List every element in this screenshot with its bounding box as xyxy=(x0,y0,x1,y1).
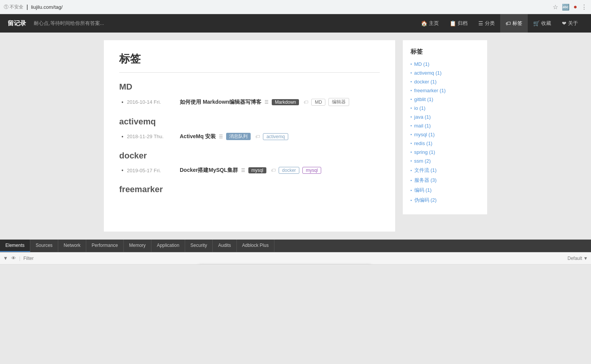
sidebar-item-java: • java (1) xyxy=(410,114,479,120)
bullet-icon: • xyxy=(410,168,412,173)
post-date: 2016-10-14 Fri. xyxy=(127,99,177,105)
eye-icon[interactable]: 👁 xyxy=(11,255,16,261)
nav-item-category[interactable]: ☰ 分类 xyxy=(473,14,500,33)
sidebar-link-gitblit[interactable]: gitblit (1) xyxy=(414,96,433,102)
section-title-freemarker: freemarker xyxy=(119,184,380,194)
nav-label-category: 分类 xyxy=(485,20,495,27)
collect-icon: 🛒 xyxy=(533,20,540,26)
nav-item-archive[interactable]: 📋 归档 xyxy=(444,14,473,33)
list-item: 2019-05-17 Fri. Docker搭建MySQL集群 ☰ mysql … xyxy=(119,167,380,174)
user-icon[interactable]: ● xyxy=(573,3,577,10)
sidebar-link-bm[interactable]: 编码 (1) xyxy=(414,187,432,194)
sidebar-item-md: • MD (1) xyxy=(410,61,479,67)
sidebar-item-freemarker: • freemarker (1) xyxy=(410,88,479,93)
tab-performance[interactable]: Performance xyxy=(86,240,124,252)
post-title[interactable]: Docker搭建MySQL集群 xyxy=(180,167,238,174)
nav-logo[interactable]: 留记录 xyxy=(8,20,26,28)
section-title-activemq: activemq xyxy=(119,117,380,127)
nav-label-collect: 收藏 xyxy=(541,20,551,27)
sidebar-link-ssm[interactable]: ssm (2) xyxy=(414,158,431,164)
sidebar-item-mail: • mail (1) xyxy=(410,123,479,129)
sidebar-link-java[interactable]: java (1) xyxy=(414,114,431,120)
sidebar-link-activemq[interactable]: activemq (1) xyxy=(414,70,442,76)
toolbar-separator: | xyxy=(19,256,20,261)
tab-memory[interactable]: Memory xyxy=(124,240,151,252)
sidebar: 标签 • MD (1) • activemq (1) • docker (1) … xyxy=(403,40,487,214)
sidebar-link-mail[interactable]: mail (1) xyxy=(414,123,431,129)
sidebar-link-md[interactable]: MD (1) xyxy=(414,61,430,67)
nav-item-about[interactable]: ❤ 关于 xyxy=(557,14,583,33)
sidebar-item-io: • io (1) xyxy=(410,105,479,111)
page-title: 标签 xyxy=(119,52,380,73)
post-tag-activemq[interactable]: activemq xyxy=(263,133,288,140)
sidebar-link-wbm[interactable]: 伪编码 (2) xyxy=(414,197,437,204)
filter-input[interactable] xyxy=(23,256,565,261)
post-date: 2018-11-29 Thu. xyxy=(127,134,177,139)
nav-tagline: 耐心点,等待时间给你所有答案... xyxy=(34,20,415,27)
sidebar-link-redis[interactable]: redis (1) xyxy=(414,140,433,146)
sidebar-link-spring[interactable]: spring (1) xyxy=(414,149,435,155)
sidebar-link-wjl[interactable]: 文件流 (1) xyxy=(414,167,437,174)
heart-icon: ❤ xyxy=(562,20,566,26)
bookmark-icon[interactable]: ☆ xyxy=(553,3,558,11)
sidebar-title: 标签 xyxy=(410,48,479,56)
nav-label-home: 主页 xyxy=(429,20,439,27)
browser-icons: ☆ 🔤 ● ⋮ xyxy=(553,3,587,11)
sidebar-item-wbm: • 伪编码 (2) xyxy=(410,197,479,204)
tab-audits[interactable]: Audits xyxy=(213,240,236,252)
tag-label-icon: 🏷 xyxy=(304,100,308,105)
sidebar-link-mysql[interactable]: mysql (1) xyxy=(414,132,435,137)
nav-item-home[interactable]: 🏠 主页 xyxy=(415,14,444,33)
post-title[interactable]: ActiveMq 安装 xyxy=(180,133,216,140)
tab-network[interactable]: Network xyxy=(58,240,86,252)
category-badge[interactable]: Markdown xyxy=(272,99,299,105)
url-display[interactable]: liujilu.com/tag/ xyxy=(31,4,62,10)
tag-icon: 🏷 xyxy=(506,20,511,26)
post-date: 2019-05-17 Fri. xyxy=(127,168,177,173)
nav-item-collect[interactable]: 🛒 收藏 xyxy=(528,14,557,33)
tab-security[interactable]: Security xyxy=(185,240,213,252)
sidebar-link-fwq[interactable]: 服务器 (3) xyxy=(414,177,437,184)
tag-section-docker: docker 2019-05-17 Fri. Docker搭建MySQL集群 ☰… xyxy=(119,151,380,174)
devtools-tabs: Elements Sources Network Performance Mem… xyxy=(0,240,591,252)
main-content: 标签 MD 2016-10-14 Fri. 如何使用 Markdown编辑器写博… xyxy=(104,40,395,232)
tab-elements[interactable]: Elements xyxy=(0,240,30,252)
nav-item-tag[interactable]: 🏷 标签 xyxy=(500,14,528,33)
sidebar-link-io[interactable]: io (1) xyxy=(414,105,426,111)
tag-section-activemq: activemq 2018-11-29 Thu. ActiveMq 安装 ☰ 消… xyxy=(119,117,380,140)
translate-icon[interactable]: 🔤 xyxy=(562,3,570,11)
sidebar-item-spring: • spring (1) xyxy=(410,149,479,155)
bullet-icon: • xyxy=(410,71,412,75)
post-tag-editor[interactable]: 编辑器 xyxy=(328,98,349,106)
devtools-default-label[interactable]: Default ▼ xyxy=(568,256,588,261)
sidebar-item-gitblit: • gitblit (1) xyxy=(410,96,479,102)
arrow-down-icon[interactable]: ▼ xyxy=(3,255,8,261)
sidebar-item-redis: • redis (1) xyxy=(410,140,479,146)
post-tag-md[interactable]: MD xyxy=(311,99,325,106)
post-title[interactable]: 如何使用 Markdown编辑器写博客 xyxy=(180,99,261,106)
menu-icon[interactable]: ⋮ xyxy=(581,3,587,11)
tag-section-md: MD 2016-10-14 Fri. 如何使用 Markdown编辑器写博客 ☰… xyxy=(119,82,380,106)
security-icon: ① 不安全 xyxy=(4,4,23,10)
nav-bar: 留记录 耐心点,等待时间给你所有答案... 🏠 主页 📋 归档 ☰ 分类 🏷 标… xyxy=(0,14,591,33)
tab-sources[interactable]: Sources xyxy=(30,240,58,252)
table-icon: ☰ xyxy=(219,134,223,139)
post-tag-mysql[interactable]: mysql xyxy=(302,167,321,174)
list-item: 2016-10-14 Fri. 如何使用 Markdown编辑器写博客 ☰ Ma… xyxy=(119,98,380,106)
table-icon: ☰ xyxy=(264,100,269,105)
nav-label-about: 关于 xyxy=(568,20,578,27)
post-tag-docker[interactable]: docker xyxy=(279,167,299,174)
tab-application[interactable]: Application xyxy=(151,240,185,252)
category-badge[interactable]: mysql xyxy=(248,167,266,173)
nav-label-tag: 标签 xyxy=(512,20,522,27)
devtools-toolbar: ▼ 👁 | Default ▼ xyxy=(0,252,591,264)
sidebar-link-freemarker[interactable]: freemarker (1) xyxy=(414,88,446,93)
tab-adblock[interactable]: Adblock Plus xyxy=(237,240,274,252)
category-badge[interactable]: 消息队列 xyxy=(226,133,251,140)
bullet-icon: • xyxy=(410,178,412,183)
sidebar-link-docker[interactable]: docker (1) xyxy=(414,79,437,85)
bullet-icon: • xyxy=(410,62,412,66)
bullet-icon: • xyxy=(410,124,412,128)
bullet-icon: • xyxy=(410,106,412,110)
sidebar-item-mysql: • mysql (1) xyxy=(410,132,479,137)
